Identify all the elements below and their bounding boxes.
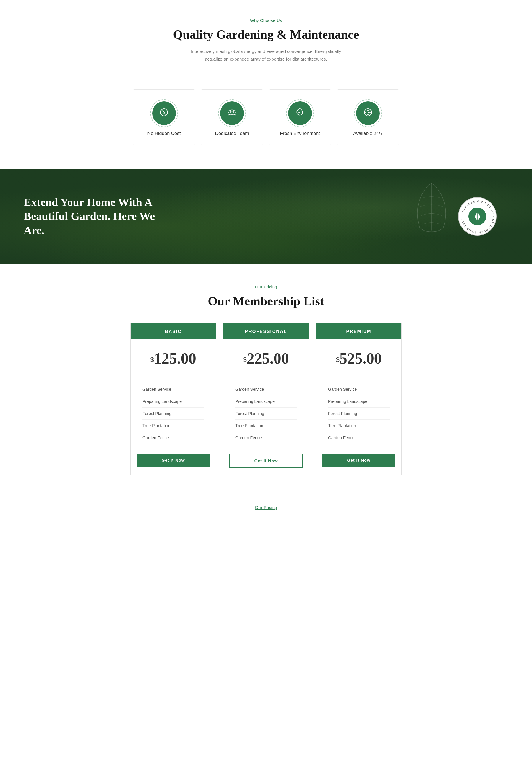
professional-price-block: $225.00 bbox=[223, 339, 309, 376]
features-grid: $ No Hidden Cost Dedicated bbox=[118, 89, 414, 169]
svg-point-7 bbox=[367, 110, 369, 111]
basic-feature-4: Tree Plantation bbox=[142, 420, 204, 432]
banner-badge: EXPLORE & DISCOVER OUR GARDEN SINCE 1997… bbox=[458, 197, 497, 236]
premium-plan-header: PREMIUM bbox=[316, 323, 401, 339]
banner-section: Extend Your Home With A Beautiful Garden… bbox=[0, 169, 532, 264]
leaf-decoration bbox=[408, 180, 455, 241]
basic-feature-5: Garden Fence bbox=[142, 432, 204, 444]
feature-label-available-247: Available 24/7 bbox=[353, 131, 383, 136]
professional-feature-1: Garden Service bbox=[235, 383, 297, 395]
svg-point-9 bbox=[365, 112, 366, 113]
feature-icon-wrap-no-hidden-cost: $ bbox=[152, 101, 176, 125]
professional-feature-4: Tree Plantation bbox=[235, 420, 297, 432]
basic-plan-header: BASIC bbox=[131, 323, 216, 339]
professional-plan-header: PROFESSIONAL bbox=[223, 323, 309, 339]
feature-icon-wrap-available-247 bbox=[356, 101, 380, 125]
bottom-pricing-link[interactable]: Our Pricing bbox=[255, 505, 277, 510]
feature-label-fresh-environment: Fresh Environment bbox=[280, 131, 320, 136]
svg-point-0 bbox=[160, 109, 168, 116]
svg-text:eco: eco bbox=[298, 111, 302, 114]
premium-feature-3: Forest Planning bbox=[328, 408, 390, 420]
eco-icon: eco bbox=[295, 107, 305, 119]
svg-point-2 bbox=[231, 109, 233, 112]
badge-text-ring: EXPLORE & DISCOVER OUR GARDEN SINCE 1997… bbox=[459, 198, 496, 235]
pricing-card-basic: BASIC $125.00 Garden Service Preparing L… bbox=[130, 323, 216, 475]
pricing-cards-grid: BASIC $125.00 Garden Service Preparing L… bbox=[130, 323, 402, 475]
pricing-title: Our Membership List bbox=[130, 294, 402, 308]
premium-dollar-sign: $ bbox=[336, 356, 339, 363]
premium-feature-5: Garden Fence bbox=[328, 432, 390, 444]
svg-point-6 bbox=[364, 109, 372, 116]
pricing-tag-link[interactable]: Our Pricing bbox=[130, 284, 402, 289]
basic-feature-2: Preparing Landscape bbox=[142, 395, 204, 408]
basic-dollar-sign: $ bbox=[150, 356, 154, 363]
professional-feature-2: Preparing Landscape bbox=[235, 395, 297, 408]
basic-price-block: $125.00 bbox=[131, 339, 216, 376]
basic-feature-3: Forest Planning bbox=[142, 408, 204, 420]
feature-card-fresh-environment: eco Fresh Environment bbox=[269, 89, 331, 145]
professional-dollar-sign: $ bbox=[243, 356, 246, 363]
pricing-card-premium: PREMIUM $525.00 Garden Service Preparing… bbox=[316, 323, 402, 475]
pricing-card-professional: PROFESSIONAL $225.00 Garden Service Prep… bbox=[223, 323, 309, 475]
svg-text:$: $ bbox=[163, 110, 165, 115]
why-tag-link[interactable]: Why Choose Us bbox=[136, 18, 396, 23]
svg-point-8 bbox=[369, 112, 371, 113]
premium-price-amount: 525.00 bbox=[340, 350, 382, 367]
feature-label-dedicated-team: Dedicated Team bbox=[215, 131, 249, 136]
feature-card-available-247: Available 24/7 bbox=[337, 89, 399, 145]
professional-features-list: Garden Service Preparing Landscape Fores… bbox=[223, 376, 309, 451]
basic-get-it-now-button[interactable]: Get It Now bbox=[137, 454, 210, 467]
premium-feature-2: Preparing Landscape bbox=[328, 395, 390, 408]
banner-title: Extend Your Home With A Beautiful Garden… bbox=[24, 195, 177, 238]
basic-features-list: Garden Service Preparing Landscape Fores… bbox=[131, 376, 216, 451]
feature-card-no-hidden-cost: $ No Hidden Cost bbox=[133, 89, 195, 145]
premium-feature-4: Tree Plantation bbox=[328, 420, 390, 432]
cost-icon: $ bbox=[159, 107, 169, 119]
professional-feature-3: Forest Planning bbox=[235, 408, 297, 420]
professional-feature-5: Garden Fence bbox=[235, 432, 297, 444]
premium-get-it-now-button[interactable]: Get It Now bbox=[322, 454, 395, 467]
banner-text-block: Extend Your Home With A Beautiful Garden… bbox=[24, 195, 177, 238]
svg-point-10 bbox=[367, 114, 369, 115]
basic-price-amount: 125.00 bbox=[154, 350, 196, 367]
feature-label-no-hidden-cost: No Hidden Cost bbox=[147, 131, 181, 136]
premium-feature-1: Garden Service bbox=[328, 383, 390, 395]
premium-price-block: $525.00 bbox=[316, 339, 401, 376]
svg-point-4 bbox=[233, 111, 236, 113]
why-choose-us-section: Why Choose Us Quality Gardening & Mainte… bbox=[0, 0, 532, 169]
why-description: Interactively mesh global synergy and le… bbox=[189, 48, 343, 63]
professional-price-amount: 225.00 bbox=[247, 350, 289, 367]
bottom-pricing-tag: Our Pricing bbox=[0, 499, 532, 522]
svg-point-3 bbox=[228, 111, 231, 113]
why-title: Quality Gardening & Maintenance bbox=[136, 27, 396, 42]
pricing-section: Our Pricing Our Membership List BASIC $1… bbox=[0, 264, 532, 499]
professional-get-it-now-button[interactable]: Get It Now bbox=[229, 454, 303, 468]
feature-card-dedicated-team: Dedicated Team bbox=[201, 89, 263, 145]
svg-text:EXPLORE & DISCOVER OUR GARDEN : EXPLORE & DISCOVER OUR GARDEN SINCE 1997… bbox=[461, 200, 495, 234]
clock-icon bbox=[363, 107, 373, 119]
feature-icon-wrap-fresh-environment: eco bbox=[288, 101, 312, 125]
basic-feature-1: Garden Service bbox=[142, 383, 204, 395]
team-icon bbox=[227, 107, 237, 119]
premium-features-list: Garden Service Preparing Landscape Fores… bbox=[316, 376, 401, 451]
feature-icon-wrap-dedicated-team bbox=[220, 101, 244, 125]
